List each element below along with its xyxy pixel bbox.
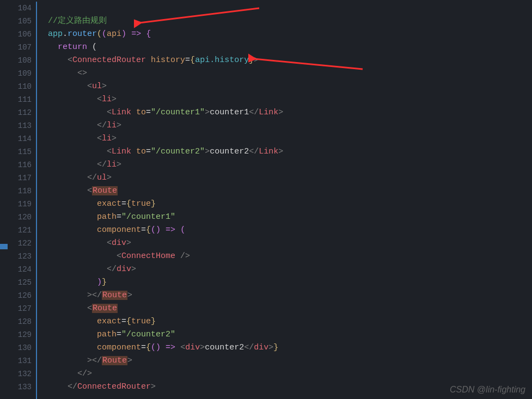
code-line[interactable]: <Link to="/counter1">counter1</Link> <box>38 106 532 119</box>
code-line[interactable]: <Route <box>38 302 532 315</box>
code-editor: 104 105 106 107 108 109 110 111 112 113 … <box>0 0 532 399</box>
code-line[interactable]: <ul> <box>38 80 532 93</box>
code-line[interactable]: <> <box>38 67 532 80</box>
line-number: 125 <box>8 276 32 289</box>
line-number: 128 <box>8 315 32 328</box>
line-number: 133 <box>8 380 32 394</box>
code-line[interactable]: return ( <box>38 41 532 54</box>
code-line[interactable]: exact={true} <box>38 315 532 328</box>
line-number: 121 <box>8 224 32 237</box>
code-line[interactable]: component={() => <div>counter2</div>} <box>38 341 532 354</box>
code-line[interactable]: )} <box>38 276 532 289</box>
line-number: 105 <box>8 15 32 28</box>
code-line[interactable]: </ul> <box>38 171 532 185</box>
line-number: 111 <box>8 93 32 106</box>
line-number: 126 <box>8 289 32 302</box>
code-line[interactable]: path="/counter1" <box>38 211 532 224</box>
line-number: 116 <box>8 158 32 171</box>
code-line[interactable]: </li> <box>38 158 532 171</box>
code-line[interactable]: <li> <box>38 93 532 106</box>
line-number: 118 <box>8 185 32 198</box>
line-number: 109 <box>8 67 32 80</box>
code-line[interactable]: <ConnectedRouter history={api.history}> <box>38 54 532 67</box>
code-line[interactable]: </> <box>38 367 532 380</box>
code-line[interactable]: <div> <box>38 237 532 250</box>
code-line[interactable]: <ConnectHome /> <box>38 250 532 263</box>
code-line[interactable] <box>38 2 532 15</box>
code-line[interactable]: <Route <box>38 185 532 198</box>
code-line[interactable]: ></Route> <box>38 289 532 302</box>
code-content[interactable]: //定义路由规则 app.router((api) => { return ( … <box>36 0 532 399</box>
line-number-gutter: 104 105 106 107 108 109 110 111 112 113 … <box>8 0 36 399</box>
code-line[interactable]: path="/counter2" <box>38 328 532 341</box>
line-number: 106 <box>8 28 32 41</box>
line-number: 110 <box>8 80 32 93</box>
code-line[interactable]: <li> <box>38 132 532 145</box>
line-number: 122 <box>8 237 32 250</box>
line-number: 104 <box>8 2 32 15</box>
code-line[interactable]: </div> <box>38 263 532 276</box>
line-number: 112 <box>8 106 32 119</box>
line-number: 124 <box>8 263 32 276</box>
line-number: 108 <box>8 54 32 67</box>
line-number: 131 <box>8 354 32 367</box>
code-line[interactable]: app.router((api) => { <box>38 28 532 41</box>
code-line[interactable]: </li> <box>38 119 532 132</box>
line-number: 127 <box>8 302 32 315</box>
code-line[interactable]: //定义路由规则 <box>38 15 532 28</box>
line-number: 123 <box>8 250 32 263</box>
line-number: 130 <box>8 341 32 354</box>
line-number: 129 <box>8 328 32 341</box>
code-line[interactable]: </ConnectedRouter> <box>38 380 532 394</box>
line-number: 132 <box>8 367 32 380</box>
line-number: 119 <box>8 198 32 211</box>
line-number: 117 <box>8 171 32 185</box>
code-line[interactable]: <Link to="/counter2">counter2</Link> <box>38 145 532 158</box>
marker-bar <box>0 0 8 399</box>
code-line[interactable]: ></Route> <box>38 354 532 367</box>
line-number: 120 <box>8 211 32 224</box>
code-line[interactable]: exact={true} <box>38 198 532 211</box>
line-number: 107 <box>8 41 32 54</box>
line-number: 113 <box>8 119 32 132</box>
code-line[interactable]: component={() => ( <box>38 224 532 237</box>
line-number: 114 <box>8 132 32 145</box>
line-number: 115 <box>8 145 32 158</box>
